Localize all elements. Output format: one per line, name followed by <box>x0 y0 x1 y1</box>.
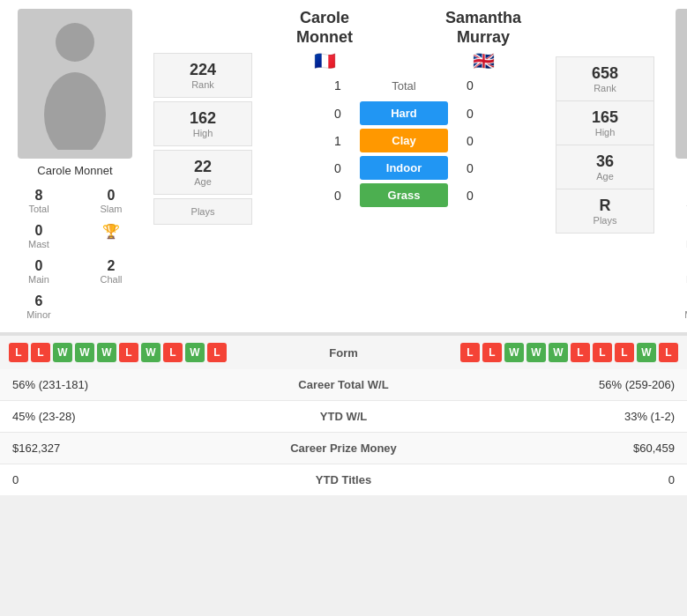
clay-badge: Clay <box>360 129 448 152</box>
form-badge: L <box>593 343 612 362</box>
left-main-cell: 0 Main <box>4 255 74 288</box>
left-main-label: Main <box>5 274 72 285</box>
stats-row: 45% (23-28)YTD W/L33% (1-2) <box>0 401 687 433</box>
right-main-cell: 0 Main <box>661 255 687 288</box>
right-high-box: 165 High <box>556 101 653 145</box>
right-rank-value: 658 <box>560 64 650 83</box>
form-badge: L <box>571 343 590 362</box>
form-badge: W <box>141 343 161 362</box>
left-rank-box: 224 Rank <box>153 53 252 98</box>
right-mast-value: 0 <box>663 223 687 239</box>
grass-left: 0 <box>325 189 351 203</box>
left-player-header: Carole Monnet 🇫🇷 <box>263 9 386 71</box>
form-label: Form <box>309 346 379 360</box>
right-age-value: 36 <box>560 152 650 171</box>
form-badge: W <box>185 343 205 362</box>
form-badge: L <box>9 343 28 362</box>
right-mast-cell: 0 Mast <box>661 219 687 253</box>
left-slam-value: 0 <box>78 188 145 204</box>
stats-right-value: 56% (259-206) <box>446 369 687 401</box>
indoor-badge: Indoor <box>360 156 448 180</box>
stats-left-value: $162,327 <box>0 433 241 464</box>
total-label: Total <box>360 79 448 93</box>
left-player-avatar <box>18 9 132 159</box>
grass-row: 0 Grass 0 <box>263 183 545 207</box>
left-mast-label: Mast <box>5 239 72 249</box>
form-badge: W <box>504 343 524 362</box>
left-middle-stats: 224 Rank 162 High 22 Age Plays <box>150 53 256 323</box>
right-age-label: Age <box>560 171 650 182</box>
right-total-cell: 4 Total <box>661 184 687 218</box>
left-slam-cell: 0 Slam <box>76 184 146 218</box>
stats-center-label: YTD Titles <box>241 464 447 496</box>
form-section: LLWWWLWLWL Form LLWWWLLLWL <box>0 334 687 369</box>
form-badge: W <box>53 343 72 362</box>
form-badge: W <box>97 343 116 362</box>
main-container: Carole Monnet 8 Total 0 Slam 0 Mast 🏆 <box>0 0 687 495</box>
form-badge: L <box>163 343 183 362</box>
left-total-value: 8 <box>5 188 72 204</box>
stats-center-label: Career Prize Money <box>241 433 447 464</box>
form-badge: L <box>207 343 227 362</box>
left-header-name: Carole Monnet <box>296 9 353 47</box>
left-trophy-cell: 🏆 <box>76 219 146 253</box>
right-minor-label: Minor <box>663 309 687 320</box>
right-main-label: Main <box>663 274 687 285</box>
stats-right-value: 33% (1-2) <box>446 401 687 433</box>
stats-left-value: 45% (23-28) <box>0 401 241 433</box>
left-total-label: Total <box>5 204 72 214</box>
right-main-value: 0 <box>663 258 687 274</box>
right-minor-value: 1 <box>663 293 687 309</box>
right-player-header: Samantha Murray 🇬🇧 <box>422 9 545 71</box>
total-left-score: 1 <box>325 78 351 93</box>
clay-right: 0 <box>457 134 483 148</box>
hard-right: 0 <box>457 107 483 121</box>
hard-badge: Hard <box>360 101 448 125</box>
right-high-label: High <box>560 127 650 137</box>
right-age-box: 36 Age <box>556 145 653 189</box>
left-mast-value: 0 <box>5 223 72 239</box>
left-age-box: 22 Age <box>153 150 252 195</box>
total-right-score: 0 <box>457 78 483 93</box>
left-form-badges: LLWWWLWLWL <box>9 343 227 362</box>
left-plays-box: Plays <box>153 198 252 225</box>
left-rank-label: Rank <box>158 79 248 90</box>
left-plays-label: Plays <box>158 206 248 217</box>
stats-row: 56% (231-181)Career Total W/L56% (259-20… <box>0 369 687 401</box>
left-age-value: 22 <box>158 158 248 176</box>
stats-row: 0YTD Titles0 <box>0 464 687 496</box>
form-badge: L <box>615 343 634 362</box>
left-player-stats-grid: 8 Total 0 Slam 0 Mast 🏆 0 Main <box>0 184 150 323</box>
right-stats-box: 658 Rank 165 High 36 Age R Plays <box>556 56 654 234</box>
clay-left: 1 <box>325 134 351 148</box>
left-chall-label: Chall <box>78 274 145 285</box>
players-section: Carole Monnet 8 Total 0 Slam 0 Mast 🏆 <box>0 0 687 334</box>
form-badge: W <box>549 343 568 362</box>
right-minor-cell: 1 Minor <box>661 290 687 323</box>
left-minor-cell: 6 Minor <box>4 290 74 323</box>
player-headers: Carole Monnet 🇫🇷 Samantha Murray 🇬🇧 <box>263 9 545 71</box>
form-badge: L <box>119 343 138 362</box>
stats-left-value: 0 <box>0 464 241 496</box>
center-section: Carole Monnet 🇫🇷 Samantha Murray 🇬🇧 1 To… <box>256 9 552 323</box>
left-rank-value: 224 <box>158 61 248 79</box>
form-badge: W <box>526 343 546 362</box>
right-player-flag: 🇬🇧 <box>473 50 495 71</box>
right-plays-box: R Plays <box>556 189 653 233</box>
left-age-label: Age <box>158 176 248 187</box>
stats-center-label: YTD W/L <box>241 401 447 433</box>
left-chall-cell: 2 Chall <box>76 255 146 288</box>
left-total-cell: 8 Total <box>4 184 74 218</box>
court-rows: 0 Hard 0 1 Clay 0 0 Indoor 0 0 Grass <box>263 101 545 207</box>
left-trophy-icon: 🏆 <box>102 224 120 239</box>
left-high-value: 162 <box>158 109 248 128</box>
right-header-name: Samantha Murray <box>445 9 521 47</box>
right-player-panel: Samantha Murray 4 Total 0 Slam 0 Mast 🏆 <box>658 9 687 323</box>
right-high-value: 165 <box>560 108 650 127</box>
form-badge: W <box>637 343 656 362</box>
stats-right-value: 0 <box>446 464 687 496</box>
grass-badge: Grass <box>360 183 448 207</box>
right-middle-stats: 658 Rank 165 High 36 Age R Plays <box>552 53 658 323</box>
right-plays-value: R <box>560 197 650 215</box>
clay-row: 1 Clay 0 <box>263 129 545 152</box>
